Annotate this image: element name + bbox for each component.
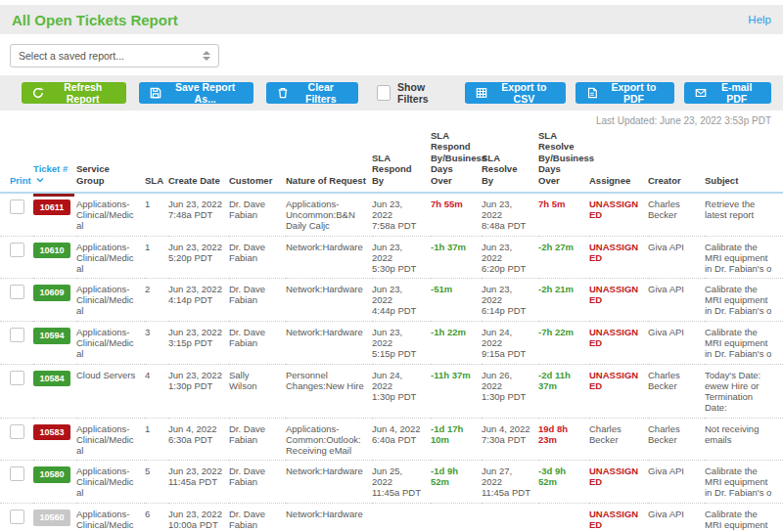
nature-cell: Applications-Uncommon:B&N Daily Caljc bbox=[286, 194, 372, 236]
resolve-by-cell: Jun 4, 2022 7:30a PDT bbox=[482, 418, 538, 461]
tickets-tbody: 10611Applications-Clinical/Medical1Jun 2… bbox=[0, 194, 783, 532]
print-cell bbox=[0, 278, 33, 321]
help-link[interactable]: Help bbox=[748, 14, 771, 25]
col-header-sla: SLA bbox=[145, 128, 168, 194]
ticket-badge[interactable]: 10609 bbox=[33, 285, 70, 300]
ticket-badge[interactable]: 10594 bbox=[33, 328, 70, 343]
col-header-create-date: Create Date bbox=[168, 128, 229, 194]
refresh-report-button[interactable]: Refresh Report bbox=[22, 82, 126, 104]
service-group-cell: Applications-Clinical/Medical bbox=[76, 460, 145, 503]
print-checkbox[interactable] bbox=[10, 243, 24, 257]
create-date-cell: Jun 23, 2022 4:14p PDT bbox=[168, 278, 229, 321]
export-pdf-button[interactable]: Export to PDF bbox=[576, 82, 675, 104]
table-row: 10610Applications-Clinical/Medical1Jun 2… bbox=[0, 236, 783, 279]
print-cell bbox=[0, 236, 33, 279]
resolve-by-cell: Jun 23, 2022 6:20p PDT bbox=[482, 236, 538, 279]
assignee-cell: UNASSIGNED bbox=[589, 321, 648, 364]
col-header-creator: Creator bbox=[648, 128, 705, 194]
respond-by-cell: Jun 23, 2022 5:30p PDT bbox=[372, 236, 431, 279]
col-header-service-group: Service Group bbox=[76, 128, 145, 194]
print-checkbox[interactable] bbox=[10, 328, 24, 342]
page-title: All Open Tickets Report bbox=[12, 12, 178, 28]
print-checkbox[interactable] bbox=[10, 424, 24, 439]
creator-cell: Giva API bbox=[648, 236, 705, 279]
nature-cell: Network:Hardware bbox=[286, 278, 372, 321]
refresh-icon bbox=[32, 87, 44, 99]
respond-over-cell: -11h 37m bbox=[431, 364, 482, 418]
table-header-row: Print Ticket # Service Group SLA Create … bbox=[0, 128, 783, 194]
create-date-cell: Jun 23, 2022 11:45a PDT bbox=[168, 460, 229, 503]
service-group-cell: Applications-Clinical/Medical bbox=[76, 278, 145, 321]
ticket-badge[interactable]: 10560 bbox=[33, 510, 70, 525]
resolve-by-cell bbox=[482, 503, 538, 532]
print-cell bbox=[0, 418, 33, 461]
saved-report-row: Select a saved report... bbox=[0, 34, 783, 75]
ticket-badge[interactable]: 10583 bbox=[33, 424, 70, 440]
print-cell bbox=[0, 460, 33, 503]
toolbar-right-group: Export to CSV Export to PDF E-mail PDF bbox=[465, 82, 771, 104]
show-filters-checkbox[interactable] bbox=[377, 85, 392, 101]
print-cell bbox=[0, 321, 33, 364]
resolve-by-cell: Jun 23, 2022 6:14p PDT bbox=[482, 278, 538, 321]
col-header-ticket[interactable]: Ticket # bbox=[33, 128, 76, 194]
resolve-by-cell: Jun 27, 2022 11:45a PDT bbox=[482, 460, 538, 503]
resolve-by-cell: Jun 24, 2022 9:15a PDT bbox=[482, 321, 538, 364]
service-group-cell: Applications-Clinical/Medical bbox=[76, 236, 145, 279]
service-group-cell: Applications-Clinical/Medical bbox=[76, 418, 145, 461]
print-checkbox[interactable] bbox=[10, 285, 24, 299]
print-cell bbox=[0, 194, 33, 236]
clear-filters-button[interactable]: Clear Filters bbox=[266, 82, 358, 104]
nature-cell: Personnel Changes:New Hire bbox=[286, 364, 372, 418]
resolve-over-cell: 7h 5m bbox=[538, 194, 589, 236]
show-filters-control[interactable]: Show Filters bbox=[377, 81, 453, 105]
customer-cell: Dr. Dave Fabian bbox=[229, 236, 286, 279]
resolve-over-cell: -2d 11h 37m bbox=[538, 364, 589, 418]
ticket-badge[interactable]: 10611 bbox=[33, 200, 70, 215]
col-header-respond-over: SLA Respond By/Business Days Over bbox=[431, 128, 482, 194]
col-header-resolve-by: SLA Resolve By bbox=[482, 128, 538, 194]
sla-cell: 6 bbox=[145, 503, 168, 532]
toolbar: Refresh Report Save Report As... Clear F… bbox=[0, 75, 783, 111]
export-csv-button[interactable]: Export to CSV bbox=[465, 82, 565, 104]
sort-desc-icon bbox=[36, 175, 44, 186]
col-header-print[interactable]: Print bbox=[0, 128, 33, 194]
print-checkbox[interactable] bbox=[10, 510, 24, 524]
print-checkbox[interactable] bbox=[10, 200, 24, 214]
col-header-ticket-label: Ticket # bbox=[33, 163, 68, 174]
saved-report-select[interactable]: Select a saved report... bbox=[10, 44, 219, 67]
ticket-cell: 10594 bbox=[33, 321, 76, 364]
respond-by-cell: Jun 25, 2022 11:45a PDT bbox=[372, 460, 431, 503]
ticket-badge[interactable]: 10580 bbox=[33, 466, 70, 482]
customer-cell: Dr. Dave Fabian bbox=[229, 321, 286, 364]
ticket-cell: 10560 bbox=[33, 503, 76, 532]
assignee-cell: UNASSIGNED bbox=[589, 278, 648, 321]
resolve-over-cell: -7h 22m bbox=[538, 321, 589, 364]
print-checkbox[interactable] bbox=[10, 466, 24, 481]
table-row: 10611Applications-Clinical/Medical1Jun 2… bbox=[0, 194, 783, 236]
ticket-badge[interactable]: 10584 bbox=[33, 371, 70, 386]
email-pdf-button[interactable]: E-mail PDF bbox=[684, 82, 771, 104]
col-header-resolve-over: SLA Resolve By/Business Days Over bbox=[538, 128, 589, 194]
service-group-cell: Applications-Clinical/Medical bbox=[76, 321, 145, 364]
assignee-cell: Charles Becker bbox=[589, 418, 648, 461]
print-checkbox[interactable] bbox=[10, 371, 24, 385]
ticket-badge[interactable]: 10610 bbox=[33, 243, 70, 258]
sla-cell: 4 bbox=[145, 364, 168, 418]
service-group-cell: Applications-Clinical/Medical bbox=[76, 503, 145, 532]
sla-cell: 5 bbox=[145, 460, 168, 503]
create-date-cell: Jun 23, 2022 5:20p PDT bbox=[168, 236, 229, 279]
customer-cell: Dr. Dave Fabian bbox=[229, 194, 286, 236]
export-pdf-label: Export to PDF bbox=[604, 81, 665, 105]
print-cell bbox=[0, 503, 33, 532]
assignee-cell: UNASSIGNED bbox=[589, 194, 648, 236]
table-grid-icon bbox=[476, 87, 487, 99]
save-report-as-button[interactable]: Save Report As... bbox=[139, 82, 253, 104]
table-row: 10584Cloud Servers4Jun 23, 2022 1:30p PD… bbox=[0, 364, 783, 418]
respond-over-cell: -51m bbox=[431, 278, 482, 321]
create-date-cell: Jun 23, 2022 1:30p PDT bbox=[168, 364, 229, 418]
resolve-over-cell: 19d 8h 23m bbox=[538, 418, 589, 461]
sla-cell: 2 bbox=[145, 278, 168, 321]
ticket-cell: 10611 bbox=[33, 194, 76, 236]
creator-cell: Giva API bbox=[648, 321, 705, 364]
respond-over-cell: 7h 55m bbox=[431, 194, 482, 236]
